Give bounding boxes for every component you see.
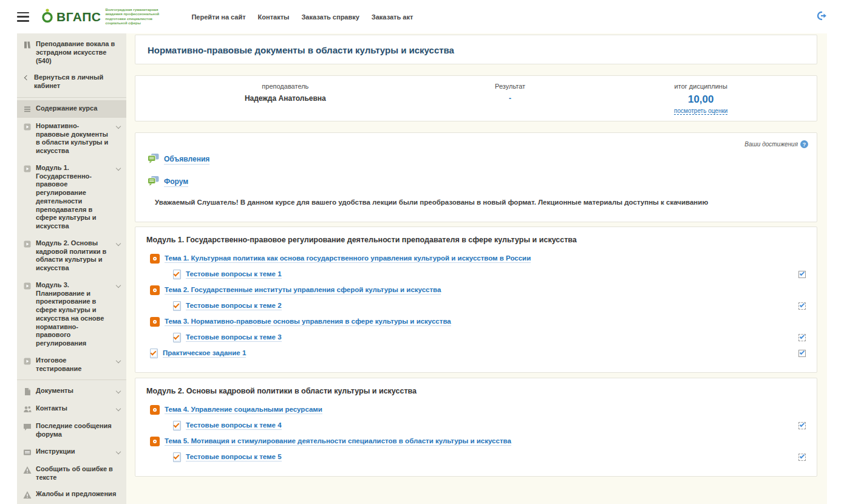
completion-checkbox[interactable] <box>798 350 806 357</box>
lesson-row: Тема 5. Мотивация и стимулирование деяте… <box>146 436 806 446</box>
chevron-down-icon <box>116 449 121 454</box>
completion-checkbox[interactable] <box>798 334 806 341</box>
teacher-column: преподаватель Надежда Анатольевна <box>135 83 435 115</box>
course-info-panel: преподаватель Надежда Анатольевна Резуль… <box>135 75 817 121</box>
quiz-link-topic-2[interactable]: Тестовые вопросы к теме 2 <box>186 302 282 310</box>
lesson-link-topic-5[interactable]: Тема 5. Мотивация и стимулирование деяте… <box>165 437 511 446</box>
assignment-icon <box>150 349 158 358</box>
nav-link-order-act[interactable]: Заказать акт <box>372 13 413 21</box>
sidebar-item-instructions[interactable]: Инструкции <box>17 443 126 461</box>
quiz-row: Тестовые вопросы к теме 4 <box>146 420 806 431</box>
completion-checkbox[interactable] <box>798 271 806 278</box>
lesson-link-topic-1[interactable]: Тема 1. Культурная политика как основа г… <box>165 254 531 263</box>
forum-messages-icon <box>23 423 32 431</box>
quiz-link-topic-5[interactable]: Тестовые вопросы к теме 5 <box>186 453 282 461</box>
module-title: Модуль 2. Основы кадровой политики в обл… <box>146 387 806 395</box>
lesson-row: Тема 3. Нормативно-правовые основы управ… <box>146 316 806 327</box>
quiz-row: Тестовые вопросы к теме 2 <box>146 301 806 311</box>
lesson-link-topic-4[interactable]: Тема 4. Управление социальными ресурсами <box>165 406 322 414</box>
page: ВГАПС Волгоградская гуманитарная академи… <box>17 0 827 504</box>
quiz-icon <box>173 270 181 279</box>
main-content: Нормативно-правовые документы в области … <box>126 33 827 504</box>
lesson-icon <box>150 285 160 295</box>
announcements-row: Объявления <box>148 154 805 166</box>
logo-tagline: Волгоградская гуманитарная академия проф… <box>105 8 173 26</box>
document-icon <box>23 387 32 396</box>
sidebar: Преподавание вокала в эстрадном искусств… <box>17 33 126 504</box>
quiz-row: Тестовые вопросы к теме 3 <box>146 332 806 342</box>
module-icon <box>23 282 32 290</box>
instructions-icon <box>23 448 32 457</box>
module-1-panel: Модуль 1. Государственно-правовое регули… <box>135 226 817 373</box>
quiz-link-topic-1[interactable]: Тестовые вопросы к теме 1 <box>186 270 282 279</box>
total-column: итог дисциплины 10,00 посмотреть оценки <box>585 83 817 115</box>
completion-checkbox[interactable] <box>798 454 806 461</box>
completion-checkbox[interactable] <box>798 302 806 310</box>
sidebar-item-module-3[interactable]: Модуль 3. Планирование и проектирование … <box>17 277 126 352</box>
lesson-icon <box>150 437 160 446</box>
quiz-link-topic-4[interactable]: Тестовые вопросы к теме 4 <box>186 421 282 430</box>
lesson-link-topic-3[interactable]: Тема 3. Нормативно-правовые основы управ… <box>165 318 451 326</box>
completion-checkbox[interactable] <box>798 422 806 429</box>
sidebar-item-module-1[interactable]: Модуль 1. Государственно-правовое регули… <box>17 160 126 235</box>
quiz-link-topic-3[interactable]: Тестовые вопросы к теме 3 <box>186 333 282 342</box>
sidebar-item-report-error[interactable]: Сообщить об ошибке в тексте <box>17 461 126 486</box>
warning-icon <box>23 491 32 499</box>
course-overview-panel: Ваши достижения ? Объявления <box>135 132 817 222</box>
help-icon[interactable]: ? <box>800 140 808 148</box>
sidebar-divider <box>17 97 126 98</box>
sidebar-item-course-contents[interactable]: Содержание курса <box>17 100 126 118</box>
lesson-link-topic-2[interactable]: Тема 2. Государственные институты управл… <box>165 286 441 295</box>
hamburger-menu-icon[interactable] <box>17 12 29 22</box>
sidebar-item-complaints[interactable]: Жалобы и предложения <box>17 486 126 503</box>
nav-link-go-to-site[interactable]: Перейти на сайт <box>191 13 245 21</box>
logout-button[interactable] <box>817 11 827 23</box>
chevron-down-icon <box>116 358 121 363</box>
forum-row: Форум <box>148 176 805 188</box>
announcements-link[interactable]: Объявления <box>164 155 209 165</box>
logout-icon <box>817 11 827 23</box>
teacher-name: Надежда Анатольевна <box>135 94 435 103</box>
header: ВГАПС Волгоградская гуманитарная академи… <box>17 0 827 33</box>
forum-icon <box>148 154 159 166</box>
chevron-down-icon <box>116 166 121 171</box>
chevron-down-icon <box>116 124 121 129</box>
lesson-icon <box>150 317 160 327</box>
course-notice: Уважаемый Слушатель! В данном курсе для … <box>155 199 805 206</box>
view-grades-link[interactable]: посмотреть оценки <box>674 107 727 115</box>
assignment-link-practical-1[interactable]: Практическое задание 1 <box>163 349 246 358</box>
course-title-panel: Нормативно-правовые документы в области … <box>135 35 817 64</box>
list-icon <box>23 105 32 114</box>
chevron-down-icon <box>116 406 121 411</box>
chevron-down-icon <box>116 241 121 246</box>
lesson-icon <box>150 254 160 264</box>
total-label: итог дисциплины <box>585 83 817 90</box>
quiz-icon <box>173 452 181 462</box>
module-icon <box>23 165 32 173</box>
quiz-icon <box>173 301 181 311</box>
sidebar-item-back-to-cabinet[interactable]: Вернуться в личный кабинет <box>17 69 126 95</box>
layout: Преподавание вокала в эстрадном искусств… <box>17 33 827 504</box>
nav-link-order-certificate[interactable]: Заказать справку <box>301 13 359 21</box>
sidebar-item-forum-messages[interactable]: Последние сообщения форума <box>17 418 126 443</box>
sidebar-item-documents[interactable]: Документы <box>17 383 126 400</box>
sidebar-item-module-2[interactable]: Модуль 2. Основы кадровой политики в обл… <box>17 235 126 277</box>
sidebar-divider <box>17 380 126 380</box>
contacts-icon <box>23 405 32 414</box>
sidebar-item-final-test[interactable]: Итоговое тестирование <box>17 352 126 378</box>
module-title: Модуль 1. Государственно-правовое регули… <box>146 236 806 244</box>
sidebar-item-discipline-documents[interactable]: Нормативно-правовые документы в области … <box>17 118 126 160</box>
result-column: Результат - <box>435 83 585 115</box>
module-icon <box>23 123 32 131</box>
result-value: - <box>435 94 585 103</box>
header-nav: Перейти на сайт Контакты Заказать справк… <box>191 13 413 21</box>
quiz-row: Тестовые вопросы к теме 5 <box>146 452 806 462</box>
lesson-row: Тема 4. Управление социальными ресурсами <box>146 404 806 415</box>
nav-link-contacts[interactable]: Контакты <box>258 13 290 21</box>
quiz-icon <box>173 333 181 342</box>
forum-link[interactable]: Форум <box>164 177 188 187</box>
logo-mark-icon <box>41 9 53 26</box>
sidebar-item-contacts[interactable]: Контакты <box>17 400 126 418</box>
lesson-icon <box>150 405 160 415</box>
logo: ВГАПС Волгоградская гуманитарная академи… <box>41 8 173 26</box>
